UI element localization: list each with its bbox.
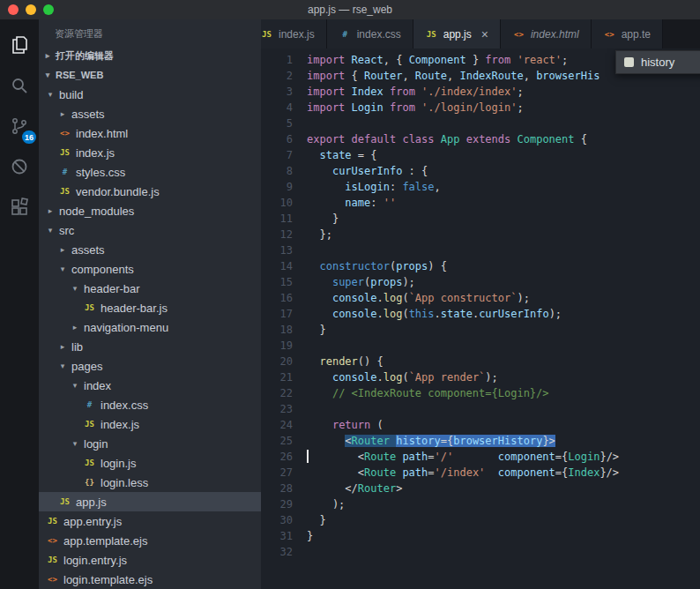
- code-line[interactable]: 10 name: '': [261, 195, 700, 211]
- code-line[interactable]: 25 <Router history={browserHistory}>: [261, 433, 700, 449]
- line-number: 29: [261, 496, 293, 512]
- line-number: 28: [261, 481, 293, 496]
- code-line[interactable]: 19: [261, 338, 700, 354]
- code-line[interactable]: 30 }: [261, 512, 700, 528]
- extensions-icon[interactable]: [0, 187, 39, 227]
- code-line[interactable]: 13: [261, 242, 700, 258]
- chevron-right-icon[interactable]: ▸: [58, 109, 67, 118]
- tab-label: index.css: [357, 28, 401, 41]
- code-line[interactable]: 9 isLogin: false,: [261, 179, 700, 195]
- code-line[interactable]: 12 };: [261, 227, 700, 242]
- code-line[interactable]: 29 );: [261, 496, 700, 512]
- suggest-widget[interactable]: history: [615, 50, 700, 74]
- tree-item-login.template.ejs[interactable]: <>login.template.ejs: [39, 570, 261, 589]
- source-control-icon[interactable]: 16: [0, 106, 39, 146]
- file-tree: ▾build▸assets<>index.htmlJSindex.js#styl…: [39, 85, 261, 589]
- tree-item-index.css[interactable]: #index.css: [39, 395, 261, 414]
- tree-item-lib[interactable]: ▸lib: [39, 337, 261, 356]
- tree-item-index.js[interactable]: JSindex.js: [39, 414, 261, 434]
- tree-item-styles.css[interactable]: #styles.css: [39, 162, 261, 182]
- titlebar: app.js — rse_web: [0, 0, 700, 19]
- tree-item-login.js[interactable]: JSlogin.js: [39, 453, 261, 473]
- tree-item-vendor.bundle.js[interactable]: JSvendor.bundle.js: [39, 182, 261, 201]
- code-line[interactable]: 28 </Router>: [261, 481, 700, 496]
- chevron-down-icon[interactable]: ▾: [46, 226, 55, 235]
- code-line[interactable]: 17 console.log(this.state.curUserInfo);: [261, 306, 700, 322]
- js-file-icon: JS: [58, 187, 71, 196]
- chevron-right-icon[interactable]: ▸: [46, 206, 55, 215]
- code-line[interactable]: 27 <Route path='/index' component={Index…: [261, 465, 700, 481]
- tree-item-navigation-menu[interactable]: ▸navigation-menu: [39, 317, 261, 337]
- tree-item-label: login.template.ejs: [63, 573, 153, 586]
- code-line[interactable]: 26 <Route path='/' component={Login}/>: [261, 449, 700, 465]
- chevron-down-icon[interactable]: ▾: [46, 90, 55, 99]
- tree-item-login[interactable]: ▾login: [39, 434, 261, 453]
- code-line[interactable]: 16 console.log(`App constructor`);: [261, 290, 700, 306]
- chevron-down-icon[interactable]: ▾: [71, 439, 79, 448]
- tree-item-header-bar[interactable]: ▾header-bar: [39, 279, 261, 298]
- open-editors-section[interactable]: ▸ 打开的编辑器: [39, 46, 261, 65]
- tab-label: app.te: [622, 28, 651, 41]
- zoom-window-button[interactable]: [43, 4, 54, 15]
- tree-item-login.entry.js[interactable]: JSlogin.entry.js: [39, 550, 261, 570]
- tab-index.js[interactable]: JSindex.js: [261, 19, 327, 48]
- tree-item-assets[interactable]: ▸assets: [39, 104, 261, 123]
- code-line[interactable]: 3import Index from './index/index';: [261, 84, 700, 100]
- tree-item-node_modules[interactable]: ▸node_modules: [39, 201, 261, 220]
- code-line[interactable]: 6export default class App extends Compon…: [261, 131, 700, 147]
- code-line[interactable]: 18 }: [261, 322, 700, 338]
- code-line[interactable]: 23: [261, 401, 700, 417]
- tree-item-index.js[interactable]: JSindex.js: [39, 143, 261, 162]
- code-line[interactable]: 15 super(props);: [261, 274, 700, 290]
- code-line[interactable]: 32: [261, 544, 700, 560]
- chevron-right-icon[interactable]: ▸: [58, 342, 67, 351]
- debug-icon[interactable]: [0, 146, 39, 187]
- code-line[interactable]: 14 constructor(props) {: [261, 258, 700, 274]
- code-line[interactable]: 7 state = {: [261, 147, 700, 163]
- close-window-button[interactable]: [8, 4, 19, 15]
- tree-item-app.js[interactable]: JSapp.js: [39, 492, 261, 511]
- tree-item-assets[interactable]: ▸assets: [39, 240, 261, 259]
- explorer-icon[interactable]: [0, 25, 39, 65]
- chevron-down-icon[interactable]: ▾: [71, 284, 79, 293]
- tree-item-header-bar.js[interactable]: JSheader-bar.js: [39, 298, 261, 317]
- line-number: 30: [261, 512, 293, 528]
- tree-item-label: node_modules: [59, 205, 134, 218]
- tree-item-index[interactable]: ▾index: [39, 376, 261, 395]
- code-line[interactable]: 22 // <IndexRoute component={Login}/>: [261, 385, 700, 401]
- code-line[interactable]: 8 curUserInfo : {: [261, 163, 700, 179]
- chevron-down-icon[interactable]: ▾: [58, 265, 67, 273]
- chevron-right-icon[interactable]: ▸: [58, 245, 67, 254]
- tree-item-app.template.ejs[interactable]: <>app.template.ejs: [39, 531, 261, 550]
- code-line[interactable]: 20 render() {: [261, 354, 700, 369]
- tree-item-src[interactable]: ▾src: [39, 220, 261, 240]
- tree-item-app.entry.js[interactable]: JSapp.entry.js: [39, 511, 261, 531]
- code-line[interactable]: 5: [261, 116, 700, 131]
- code-line[interactable]: 21 console.log(`App render`);: [261, 369, 700, 385]
- code-line[interactable]: 24 return (: [261, 417, 700, 433]
- chevron-down-icon[interactable]: ▾: [71, 381, 79, 390]
- tab-app.js[interactable]: JSapp.js×: [413, 19, 501, 48]
- code-line[interactable]: 31}: [261, 528, 700, 544]
- tree-item-components[interactable]: ▾components: [39, 259, 261, 279]
- code-line[interactable]: 4import Login from './login/login';: [261, 100, 700, 116]
- root-folder-section[interactable]: ▾ RSE_WEB: [39, 65, 261, 85]
- search-icon[interactable]: [0, 65, 39, 106]
- tree-item-login.less[interactable]: {}login.less: [39, 473, 261, 492]
- minimize-window-button[interactable]: [26, 4, 36, 15]
- line-number: 15: [261, 274, 293, 290]
- tab-label: app.js: [443, 28, 472, 41]
- close-tab-icon[interactable]: ×: [481, 28, 488, 41]
- tree-item-build[interactable]: ▾build: [39, 85, 261, 104]
- editor[interactable]: 1import React, { Component } from 'react…: [261, 48, 700, 589]
- tree-item-index.html[interactable]: <>index.html: [39, 123, 261, 143]
- chevron-down-icon[interactable]: ▾: [58, 362, 67, 370]
- code-line[interactable]: 11 }: [261, 211, 700, 227]
- tab-index.html[interactable]: <>index.html: [501, 19, 592, 48]
- tree-item-pages[interactable]: ▾pages: [39, 356, 261, 376]
- tree-item-label: index.js: [101, 418, 139, 431]
- chevron-right-icon[interactable]: ▸: [71, 323, 79, 332]
- css-file-icon: #: [83, 400, 96, 409]
- tab-index.css[interactable]: #index.css: [327, 19, 413, 48]
- tab-app.te[interactable]: <>app.te: [592, 19, 663, 48]
